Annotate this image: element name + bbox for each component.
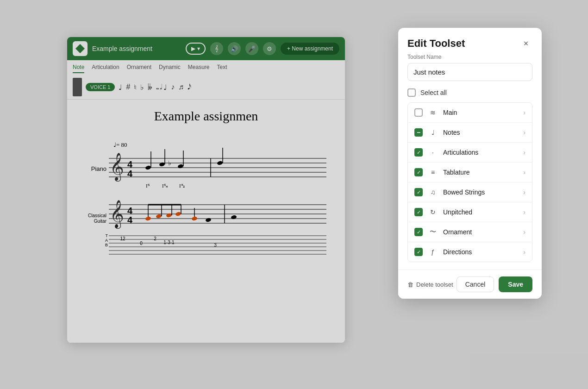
tablature-checkbox[interactable]: ✓ bbox=[414, 168, 423, 176]
notes-icon: ♩ bbox=[427, 129, 438, 136]
bowed-strings-icon: ♫ bbox=[427, 188, 438, 196]
tablature-icon: ≡ bbox=[427, 169, 438, 176]
main-chevron: › bbox=[523, 109, 525, 116]
ornament-label: Ornament bbox=[443, 228, 523, 236]
unpitched-chevron: › bbox=[523, 208, 525, 216]
directions-label: Directions bbox=[443, 248, 523, 256]
directions-icon: ƒ bbox=[427, 248, 438, 256]
save-button[interactable]: Save bbox=[499, 276, 532, 292]
tablature-label: Tablature bbox=[443, 169, 523, 176]
ornament-icon: 〜 bbox=[427, 228, 438, 236]
ornament-chevron: › bbox=[523, 228, 525, 236]
toolset-name-label: Toolset Name bbox=[407, 54, 532, 60]
bowed-strings-chevron: › bbox=[523, 188, 525, 196]
cancel-button[interactable]: Cancel bbox=[457, 276, 494, 292]
select-all-label: Select all bbox=[420, 89, 447, 96]
unpitched-label: Unpitched bbox=[443, 208, 523, 216]
toolset-item-directions[interactable]: ✓ ƒ Directions › bbox=[408, 242, 532, 262]
articulations-icon: · bbox=[427, 149, 438, 156]
toolset-item-bowed-strings[interactable]: ✓ ♫ Bowed Strings › bbox=[408, 182, 532, 202]
toolset-item-main[interactable]: ≋ Main › bbox=[408, 103, 532, 123]
notes-chevron: › bbox=[523, 129, 525, 136]
bowed-strings-checkbox[interactable]: ✓ bbox=[414, 188, 423, 196]
select-all-row: Select all bbox=[407, 88, 532, 97]
ornament-checkbox[interactable]: ✓ bbox=[414, 228, 423, 236]
toolset-item-articulations[interactable]: ✓ · Articulations › bbox=[408, 143, 532, 163]
main-label: Main bbox=[443, 109, 523, 116]
toolset-item-tablature[interactable]: ✓ ≡ Tablature › bbox=[408, 163, 532, 182]
toolset-item-unpitched[interactable]: ✓ ↻ Unpitched › bbox=[408, 202, 532, 222]
edit-toolset-modal: Edit Toolset × Toolset Name Select all ≋… bbox=[398, 28, 542, 299]
unpitched-icon: ↻ bbox=[427, 208, 438, 216]
directions-chevron: › bbox=[523, 248, 525, 256]
bowed-strings-label: Bowed Strings bbox=[443, 188, 523, 196]
toolset-item-ornament[interactable]: ✓ 〜 Ornament › bbox=[408, 222, 532, 242]
modal-title: Edit Toolset bbox=[407, 38, 465, 50]
main-icon: ≋ bbox=[427, 109, 438, 116]
delete-toolset-button[interactable]: 🗑 Delete toolset bbox=[407, 281, 453, 288]
footer-actions: Cancel Save bbox=[457, 276, 532, 292]
notes-label: Notes bbox=[443, 129, 523, 136]
select-all-checkbox[interactable] bbox=[407, 88, 416, 97]
modal-footer: 🗑 Delete toolset Cancel Save bbox=[398, 270, 542, 299]
modal-header: Edit Toolset × bbox=[398, 28, 542, 54]
directions-checkbox[interactable]: ✓ bbox=[414, 248, 423, 256]
articulations-label: Articulations bbox=[443, 149, 523, 156]
notes-checkbox[interactable]: − bbox=[414, 128, 423, 137]
modal-body: Toolset Name Select all ≋ Main › − ♩ Not… bbox=[398, 54, 542, 270]
trash-icon: 🗑 bbox=[407, 281, 413, 288]
toolset-name-input[interactable] bbox=[407, 63, 532, 81]
tablature-chevron: › bbox=[523, 169, 525, 176]
close-button[interactable]: × bbox=[519, 37, 532, 50]
toolset-list: ≋ Main › − ♩ Notes › ✓ · Articulations ›… bbox=[407, 102, 532, 262]
articulations-checkbox[interactable]: ✓ bbox=[414, 148, 423, 157]
toolset-item-notes[interactable]: − ♩ Notes › bbox=[408, 123, 532, 143]
main-checkbox[interactable] bbox=[414, 108, 423, 117]
delete-label: Delete toolset bbox=[416, 281, 453, 288]
articulations-chevron: › bbox=[523, 149, 525, 156]
unpitched-checkbox[interactable]: ✓ bbox=[414, 208, 423, 216]
